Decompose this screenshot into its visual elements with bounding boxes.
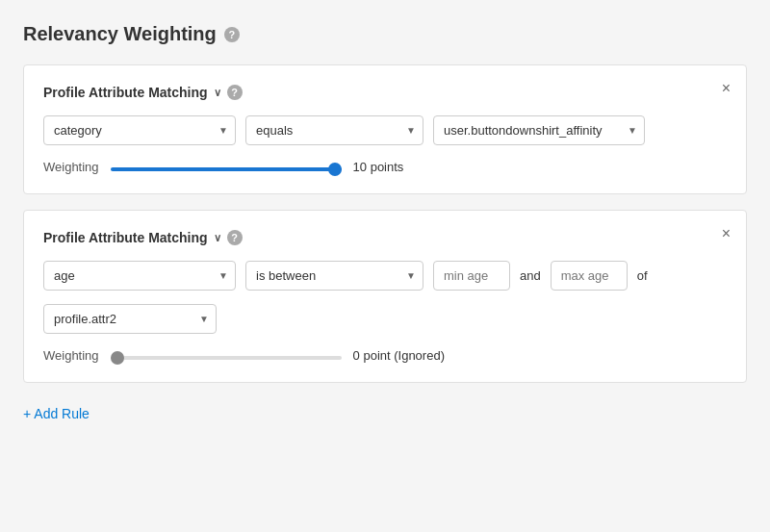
card-1-title: Profile Attribute Matching [43,85,208,100]
card-2-chevron-icon[interactable]: ∨ [214,232,221,244]
card-1-condition-row: category ▼ equals ▼ user.buttondownshirt… [43,115,727,145]
card-1-value-select-wrapper: user.buttondownshirt_affinity ▼ [433,115,645,145]
card-2-profile-select-wrapper: profile.attr2 ▼ [43,304,217,334]
card-2-close-button[interactable]: × [722,226,731,241]
card-1-weighting-row: Weighting 10 points [43,159,727,174]
card-2-weighting-row: Weighting 0 point (Ignored) [43,347,727,363]
card-2-weighting-value: 0 point (Ignored) [353,348,445,363]
card-2-title: Profile Attribute Matching [43,230,208,245]
card-1-category-select-wrapper: category ▼ [43,115,236,145]
card-1-slider-container [111,159,342,174]
card-2-category-select[interactable]: age [43,261,236,291]
card-1-operator-select-wrapper: equals ▼ [245,115,424,145]
page-title: Relevancy Weighting [23,23,217,45]
page-help-icon[interactable]: ? [224,27,240,42]
card-2-help-icon[interactable]: ? [227,230,243,245]
card-1-weighting-label: Weighting [43,160,99,174]
card-2-category-select-wrapper: age ▼ [43,261,236,291]
card-2: Profile Attribute Matching ∨ ? × age ▼ i… [23,210,747,383]
card-1-help-icon[interactable]: ? [227,85,243,100]
card-1-value-select[interactable]: user.buttondownshirt_affinity [433,115,645,145]
card-1-header: Profile Attribute Matching ∨ ? [43,85,727,100]
card-2-profile-select[interactable]: profile.attr2 [43,304,217,334]
page-title-section: Relevancy Weighting ? [23,23,747,45]
card-2-profile-row: profile.attr2 ▼ [43,304,727,334]
card-2-condition-row: age ▼ is between ▼ and of [43,261,727,291]
card-2-header: Profile Attribute Matching ∨ ? [43,230,727,245]
card-1-category-select[interactable]: category [43,115,236,145]
card-1: Profile Attribute Matching ∨ ? × categor… [23,64,747,194]
card-2-of-text: of [637,268,648,283]
card-2-max-age-input[interactable] [551,261,628,291]
card-1-chevron-icon[interactable]: ∨ [214,87,221,99]
card-2-weighting-label: Weighting [43,348,99,363]
card-1-weighting-slider[interactable] [111,167,342,171]
card-2-operator-select[interactable]: is between [245,261,424,291]
card-2-weighting-slider[interactable] [111,356,342,360]
card-2-min-age-input[interactable] [433,261,510,291]
card-1-operator-select[interactable]: equals [245,115,424,145]
add-rule-button[interactable]: + Add Rule [23,402,90,425]
card-1-weighting-value: 10 points [353,160,404,174]
card-2-and-text: and [520,268,541,283]
card-1-close-button[interactable]: × [722,81,731,96]
add-rule-label: + Add Rule [23,406,90,421]
card-2-operator-select-wrapper: is between ▼ [245,261,424,291]
card-2-slider-container [111,347,342,363]
